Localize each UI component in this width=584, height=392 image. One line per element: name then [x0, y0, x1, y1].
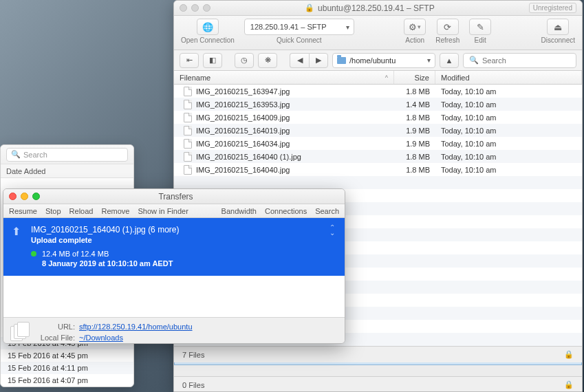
- file-size: 1.8 MB: [394, 153, 435, 161]
- disconnect-button[interactable]: ⏏︎: [547, 19, 569, 35]
- url-link[interactable]: sftp://128.250.19.41/home/ubuntu: [79, 323, 193, 331]
- url-label: URL:: [38, 323, 79, 331]
- file-size: 1.8 MB: [394, 87, 435, 96]
- chevron-right-icon: ▶: [316, 56, 321, 65]
- nav-strip: ⇤ ◧ ◷ ❋ ◀ ▶ /home/ubuntu ▲ 🔍: [174, 50, 582, 71]
- transfer-progress: 12.4 MB of 12.4 MB: [42, 250, 109, 258]
- padlock-icon: 🔒: [564, 350, 574, 359]
- traffic-lights[interactable]: [9, 193, 40, 200]
- path-selector[interactable]: /home/ubuntu: [332, 53, 435, 68]
- title-bar[interactable]: 🔒 ubuntu@128.250.19.41 – SFTP Unregister…: [174, 1, 582, 16]
- file-name: IMG_20160215_163947.jpg: [196, 87, 290, 96]
- file-name: IMG_20160215_163953.jpg: [196, 100, 290, 109]
- file-search-input[interactable]: [482, 56, 577, 65]
- globe-plus-icon: 🌐: [202, 22, 213, 32]
- header-modified[interactable]: Modified: [435, 71, 582, 84]
- bonjour-button[interactable]: ❋: [258, 53, 277, 68]
- header-filename[interactable]: Filename^: [174, 71, 394, 84]
- transfers-titlebar[interactable]: Transfers: [3, 189, 345, 204]
- zoom-button[interactable]: [32, 193, 40, 200]
- list-item[interactable]: 15 Feb 2016 at 4:45 pm: [1, 349, 133, 362]
- transfer-item[interactable]: ⬆ ⌃⌄ IMG_20160215_164040 (1).jpg (6 more…: [3, 218, 345, 276]
- stop-button[interactable]: Stop: [45, 207, 61, 215]
- bandwidth-button[interactable]: Bandwidth: [221, 207, 257, 215]
- file-icon: [184, 113, 192, 122]
- view-mode-button[interactable]: ◧: [203, 53, 222, 68]
- action-label: Action: [405, 36, 424, 44]
- traffic-lights[interactable]: [180, 4, 210, 12]
- file-name: IMG_20160215_164019.jpg: [196, 127, 290, 135]
- nav-back-button[interactable]: ◀: [290, 53, 309, 68]
- file-size: 1.9 MB: [394, 127, 435, 135]
- upload-arrow-icon: ⬆: [12, 225, 21, 238]
- table-row[interactable]: IMG_20160215_164040 (1).jpg1.8 MBToday, …: [174, 150, 582, 163]
- finder-column-header[interactable]: Date Added: [1, 164, 133, 178]
- show-in-finder-button[interactable]: Show in Finder: [138, 207, 188, 215]
- empty-row: [174, 176, 582, 189]
- file-name: IMG_20160215_164034.jpg: [196, 140, 290, 148]
- transfers-empty-area: [3, 276, 345, 317]
- table-row[interactable]: IMG_20160215_164040.jpg1.8 MBToday, 10:1…: [174, 163, 582, 176]
- header-size[interactable]: Size: [394, 71, 435, 84]
- reload-button[interactable]: Reload: [69, 207, 94, 215]
- column-headers[interactable]: Filename^ Size Modified: [174, 71, 582, 85]
- search-button[interactable]: Search: [315, 207, 339, 215]
- file-icon: [184, 165, 192, 175]
- padlock-icon: 🔒: [564, 380, 574, 389]
- folder-icon: [337, 57, 346, 64]
- connections-button[interactable]: Connections: [265, 207, 307, 215]
- go-up-button[interactable]: ▲: [440, 53, 459, 68]
- file-modified: Today, 10:10 am: [435, 140, 582, 148]
- action-button[interactable]: ⚙︎ ▾: [404, 19, 426, 35]
- table-row[interactable]: IMG_20160215_164009.jpg1.8 MBToday, 10:1…: [174, 111, 582, 124]
- expand-chevron-icon[interactable]: ⌃⌄: [329, 225, 335, 236]
- unregistered-badge[interactable]: Unregistered: [529, 3, 576, 13]
- file-icon: [184, 87, 192, 96]
- transfer-timestamp: 8 January 2019 at 10:10:10 am AEDT: [31, 259, 335, 268]
- toggle-sidebar-button[interactable]: ⇤: [180, 53, 199, 68]
- transfer-name: IMG_20160215_164040 (1).jpg (6 more): [31, 225, 335, 235]
- file-search-box[interactable]: 🔍: [463, 53, 576, 68]
- eject-icon: ⏏︎: [554, 22, 562, 32]
- path-text: /home/ubuntu: [349, 56, 396, 65]
- file-size: 1.8 MB: [394, 166, 435, 174]
- table-row[interactable]: IMG_20160215_164034.jpg1.9 MBToday, 10:1…: [174, 137, 582, 150]
- table-row[interactable]: IMG_20160215_164019.jpg1.9 MBToday, 10:1…: [174, 124, 582, 137]
- nav-forward-button[interactable]: ▶: [309, 53, 328, 68]
- open-connection-button[interactable]: 🌐: [197, 19, 219, 35]
- file-count: 0 Files: [182, 381, 204, 389]
- table-row[interactable]: IMG_20160215_163947.jpg1.8 MBToday, 10:1…: [174, 85, 582, 98]
- file-modified: Today, 10:10 am: [435, 166, 582, 174]
- transfers-toolbar: Resume Stop Reload Remove Show in Finder…: [3, 204, 345, 218]
- list-item[interactable]: 15 Feb 2016 at 4:11 pm: [1, 362, 133, 374]
- status-dot-icon: [31, 251, 36, 257]
- bonjour-icon: ❋: [265, 56, 271, 65]
- file-size: 1.4 MB: [394, 100, 435, 109]
- resume-button[interactable]: Resume: [9, 207, 37, 215]
- local-file-link[interactable]: ~/Downloads: [79, 334, 193, 342]
- open-connection-label: Open Connection: [181, 36, 235, 44]
- search-icon: 🔍: [469, 56, 479, 65]
- history-button[interactable]: ◷: [235, 53, 254, 68]
- edit-button[interactable]: ✎: [469, 19, 491, 35]
- list-item[interactable]: 15 Feb 2016 at 4:07 pm: [1, 374, 133, 386]
- refresh-button[interactable]: ⟳: [437, 19, 459, 35]
- file-modified: Today, 10:10 am: [435, 113, 582, 122]
- close-button[interactable]: [9, 193, 17, 200]
- transfers-title: Transfers: [40, 192, 312, 202]
- clock-icon: ◷: [241, 56, 248, 65]
- file-size: 1.9 MB: [394, 140, 435, 148]
- finder-search-input[interactable]: 🔍Search: [6, 148, 128, 162]
- quick-connect-label: Quick Connect: [277, 36, 322, 44]
- transfers-window: Transfers Resume Stop Reload Remove Show…: [3, 188, 345, 344]
- gear-icon: ⚙︎: [409, 22, 417, 32]
- status-bar-upper: 7 Files 🔒: [174, 346, 582, 362]
- file-modified: Today, 10:10 am: [435, 100, 582, 109]
- search-icon: 🔍: [11, 150, 21, 159]
- remove-button[interactable]: Remove: [101, 207, 129, 215]
- table-row[interactable]: IMG_20160215_163953.jpg1.4 MBToday, 10:1…: [174, 98, 582, 111]
- quick-connect-select[interactable]: 128.250.19.41 – SFTP: [244, 19, 354, 35]
- minimize-button[interactable]: [21, 193, 28, 200]
- pencil-icon: ✎: [477, 22, 484, 32]
- local-file-label: Local File:: [38, 334, 79, 342]
